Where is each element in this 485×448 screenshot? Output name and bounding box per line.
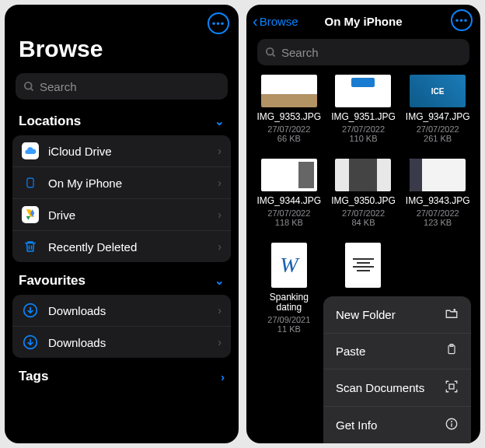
favourites-list: Downloads › Downloads › bbox=[12, 295, 231, 358]
chevron-right-icon: › bbox=[218, 208, 222, 221]
file-item[interactable]: ICE IMG_9347.JPG 27/07/2022 261 KB bbox=[403, 75, 473, 143]
file-size: 84 KB bbox=[352, 218, 375, 227]
paste-icon bbox=[445, 344, 459, 359]
locations-header[interactable]: Locations ⌄ bbox=[5, 103, 239, 135]
info-icon bbox=[445, 417, 459, 433]
trash-icon bbox=[22, 238, 39, 255]
location-icloud-drive[interactable]: iCloud Drive › bbox=[12, 135, 231, 167]
new-folder-icon bbox=[445, 306, 459, 323]
file-size: 123 KB bbox=[424, 218, 452, 227]
svg-point-0 bbox=[25, 82, 32, 89]
file-name: IMG_9343.JPG bbox=[405, 196, 470, 207]
item-label: Drive bbox=[48, 208, 208, 222]
item-label: Downloads bbox=[48, 304, 208, 317]
search-placeholder: Search bbox=[40, 80, 77, 93]
folder-screen: ‹ Browse On My iPhone ••• Search IMG_935… bbox=[246, 5, 480, 443]
google-drive-icon bbox=[22, 206, 39, 223]
more-options-button[interactable]: ••• bbox=[451, 9, 473, 31]
favourite-downloads[interactable]: Downloads › bbox=[12, 295, 231, 327]
file-size: 118 KB bbox=[275, 218, 303, 227]
chevron-right-icon: › bbox=[218, 145, 222, 157]
file-date: 27/07/2022 bbox=[417, 208, 459, 218]
location-google-drive[interactable]: Drive › bbox=[12, 199, 231, 231]
file-size: 110 KB bbox=[349, 134, 377, 143]
file-name: IMG_9351.JPG bbox=[330, 112, 396, 123]
ctx-label: Paste bbox=[336, 345, 365, 358]
tags-header[interactable]: Tags › bbox=[5, 358, 239, 390]
file-thumbnail bbox=[261, 75, 317, 107]
search-placeholder: Search bbox=[281, 46, 319, 59]
svg-point-12 bbox=[452, 422, 452, 422]
chevron-down-icon: ⌄ bbox=[215, 274, 225, 288]
file-date: 27/07/2022 bbox=[417, 124, 459, 134]
nav-bar: ‹ Browse On My iPhone ••• bbox=[246, 11, 480, 34]
chevron-right-icon: › bbox=[218, 177, 222, 189]
browse-screen: ••• Browse Search Locations ⌄ iCloud Dri… bbox=[5, 5, 239, 443]
scan-icon bbox=[445, 380, 459, 396]
file-thumbnail bbox=[335, 159, 391, 191]
file-name: IMG_9353.JPG bbox=[256, 112, 322, 123]
svg-line-6 bbox=[272, 54, 274, 56]
ctx-paste[interactable]: Paste bbox=[323, 334, 471, 369]
file-item[interactable]: IMG_9343.JPG 27/07/2022 123 KB bbox=[403, 159, 473, 227]
chevron-right-icon: › bbox=[218, 240, 222, 253]
favourites-header[interactable]: Favourites ⌄ bbox=[5, 262, 239, 295]
locations-list: iCloud Drive › On My iPhone › Drive › bbox=[12, 135, 231, 262]
item-label: iCloud Drive bbox=[48, 145, 208, 158]
ctx-scan-documents[interactable]: Scan Documents bbox=[323, 369, 471, 407]
ctx-label: Get Info bbox=[336, 418, 377, 432]
back-label: Browse bbox=[260, 15, 298, 28]
svg-rect-9 bbox=[449, 384, 454, 389]
chevron-down-icon: ⌄ bbox=[215, 114, 225, 128]
search-input[interactable]: Search bbox=[16, 73, 228, 100]
file-date: 27/07/2022 bbox=[342, 124, 385, 134]
item-label: Recently Deleted bbox=[48, 240, 208, 254]
chevron-right-icon: › bbox=[221, 370, 225, 383]
file-name: IMG_9350.JPG bbox=[330, 196, 396, 207]
ctx-new-folder[interactable]: New Folder bbox=[323, 296, 471, 334]
favourites-label: Favourites bbox=[19, 273, 85, 289]
file-item[interactable]: IMG_9353.JPG 27/07/2022 66 KB bbox=[254, 75, 324, 143]
file-item[interactable]: IMG_9351.JPG 27/07/2022 110 KB bbox=[329, 75, 399, 143]
search-icon bbox=[23, 81, 35, 93]
more-options-button[interactable]: ••• bbox=[208, 12, 229, 34]
ctx-get-info[interactable]: Get Info bbox=[323, 407, 471, 443]
file-size: 66 KB bbox=[277, 134, 301, 143]
locations-label: Locations bbox=[19, 114, 81, 129]
favourite-downloads[interactable]: Downloads › bbox=[12, 327, 231, 358]
icloud-icon bbox=[22, 142, 39, 159]
back-button[interactable]: ‹ Browse bbox=[253, 12, 298, 30]
file-thumbnail: ICE bbox=[410, 75, 466, 107]
file-item[interactable]: W Spanking dating 27/09/2021 11 KB bbox=[254, 243, 324, 334]
page-title: Browse bbox=[5, 16, 239, 70]
file-date: 27/07/2022 bbox=[267, 124, 310, 134]
file-thumbnail bbox=[261, 159, 317, 191]
tags-label: Tags bbox=[19, 369, 48, 384]
word-doc-icon: W bbox=[271, 243, 307, 288]
context-menu: New Folder Paste Scan Documents Get Info bbox=[323, 296, 471, 443]
file-thumbnail bbox=[345, 243, 381, 288]
item-label: Downloads bbox=[48, 336, 208, 349]
search-icon bbox=[265, 47, 277, 58]
chevron-right-icon: › bbox=[218, 304, 222, 317]
svg-rect-2 bbox=[27, 178, 33, 187]
file-thumbnail bbox=[335, 75, 391, 107]
file-item[interactable]: IMG_9344.JPG 27/07/2022 118 KB bbox=[254, 159, 324, 227]
item-label: On My iPhone bbox=[48, 177, 208, 190]
file-item[interactable]: IMG_9350.JPG 27/07/2022 84 KB bbox=[329, 159, 399, 227]
phone-icon bbox=[22, 174, 39, 191]
chevron-left-icon: ‹ bbox=[253, 12, 258, 30]
location-on-my-iphone[interactable]: On My iPhone › bbox=[12, 167, 231, 199]
svg-point-5 bbox=[267, 47, 274, 54]
file-date: 27/07/2022 bbox=[342, 208, 385, 218]
search-input[interactable]: Search bbox=[257, 39, 469, 65]
location-recently-deleted[interactable]: Recently Deleted › bbox=[12, 231, 231, 262]
file-name: IMG_9347.JPG bbox=[405, 112, 470, 123]
file-date: 27/09/2021 bbox=[267, 315, 310, 324]
svg-line-1 bbox=[30, 88, 33, 90]
file-name: IMG_9344.JPG bbox=[256, 196, 322, 207]
ctx-label: New Folder bbox=[336, 308, 396, 321]
ctx-label: Scan Documents bbox=[336, 381, 424, 394]
file-thumbnail bbox=[410, 159, 466, 191]
file-size: 11 KB bbox=[277, 324, 301, 334]
